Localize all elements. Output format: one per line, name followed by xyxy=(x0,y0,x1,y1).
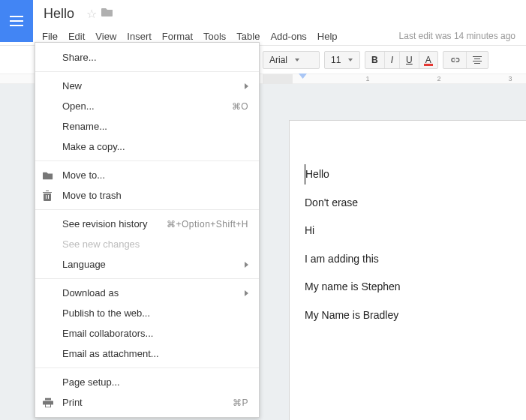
doc-line[interactable]: Hello xyxy=(305,164,525,184)
menu-open[interactable]: Open...⌘O xyxy=(35,96,259,116)
menu-tools[interactable]: Tools xyxy=(203,31,226,42)
document-title[interactable]: Hello xyxy=(44,6,74,22)
menu-file[interactable]: File xyxy=(42,31,58,42)
doc-line[interactable]: Hi xyxy=(305,220,525,241)
shortcut-label: ⌘O xyxy=(232,101,248,112)
text-color-button[interactable]: A xyxy=(419,52,437,68)
align-button[interactable] xyxy=(467,52,488,68)
document-page[interactable]: Hello Don't erase Hi I am adding this My… xyxy=(289,120,526,420)
menu-email-attachment[interactable]: Email as attachment... xyxy=(35,344,259,364)
menu-format[interactable]: Format xyxy=(162,31,193,42)
submenu-arrow-icon xyxy=(245,262,248,268)
docs-home-button[interactable] xyxy=(0,0,33,42)
menu-make-copy[interactable]: Make a copy... xyxy=(35,136,259,157)
trash-icon xyxy=(43,190,52,201)
font-size-select[interactable]: 11 xyxy=(325,52,359,68)
menu-see-new-changes: See new changes xyxy=(35,234,259,254)
folder-icon[interactable] xyxy=(101,7,113,20)
link-icon xyxy=(449,55,460,65)
ruler-tick: 2 xyxy=(437,75,440,82)
menu-view[interactable]: View xyxy=(95,31,116,42)
menu-share[interactable]: Share... xyxy=(35,47,259,68)
doc-line[interactable]: My Name is Bradley xyxy=(305,305,525,326)
italic-button[interactable]: I xyxy=(385,52,400,68)
bold-button[interactable]: B xyxy=(365,52,385,68)
title-bar: Hello ☆ xyxy=(44,4,521,22)
toolbar: Arial 11 B I U A xyxy=(263,51,488,69)
ruler-tick: 1 xyxy=(365,75,369,82)
menu-addons[interactable]: Add-ons xyxy=(270,31,306,42)
folder-icon xyxy=(43,170,53,180)
menu-language[interactable]: Language xyxy=(35,254,259,274)
menu-move-to[interactable]: Move to... xyxy=(35,165,259,185)
shortcut-label: ⌘+Option+Shift+H xyxy=(167,219,248,230)
menu-separator xyxy=(35,71,259,72)
doc-line[interactable]: My name is Stephen xyxy=(305,277,525,297)
shortcut-label: ⌘P xyxy=(233,398,248,408)
star-icon[interactable]: ☆ xyxy=(86,7,97,21)
indent-marker[interactable] xyxy=(299,74,307,79)
last-edit-label[interactable]: Last edit was 14 minutes ago xyxy=(399,31,521,41)
menu-separator xyxy=(35,368,259,368)
print-icon xyxy=(43,398,53,407)
underline-button[interactable]: U xyxy=(400,52,419,68)
menu-move-trash[interactable]: Move to trash xyxy=(35,185,259,206)
menu-edit[interactable]: Edit xyxy=(68,31,85,42)
align-icon xyxy=(473,56,482,64)
menu-separator xyxy=(35,278,259,279)
menu-rename[interactable]: Rename... xyxy=(35,116,259,136)
menu-table[interactable]: Table xyxy=(236,31,260,42)
menu-publish[interactable]: Publish to the web... xyxy=(35,303,259,323)
menu-insert[interactable]: Insert xyxy=(127,31,152,42)
font-family-select[interactable]: Arial xyxy=(263,52,319,68)
menu-revision-history[interactable]: See revision history⌘+Option+Shift+H xyxy=(35,214,259,234)
menu-new[interactable]: New xyxy=(35,76,259,96)
insert-link-button[interactable] xyxy=(443,52,467,68)
menu-page-setup[interactable]: Page setup... xyxy=(35,372,259,392)
menu-print[interactable]: Print⌘P xyxy=(35,392,259,412)
submenu-arrow-icon xyxy=(245,83,248,89)
ruler-tick: 3 xyxy=(508,75,512,82)
submenu-arrow-icon xyxy=(245,290,248,296)
menu-download-as[interactable]: Download as xyxy=(35,283,259,303)
menu-separator xyxy=(35,160,259,161)
menu-separator xyxy=(35,209,259,210)
doc-line[interactable]: I am adding this xyxy=(305,249,525,269)
menu-help[interactable]: Help xyxy=(317,31,338,42)
menu-email-collaborators[interactable]: Email collaborators... xyxy=(35,323,259,344)
doc-line[interactable]: Don't erase xyxy=(305,193,525,213)
file-menu-dropdown: Share... New Open...⌘O Rename... Make a … xyxy=(35,42,260,418)
